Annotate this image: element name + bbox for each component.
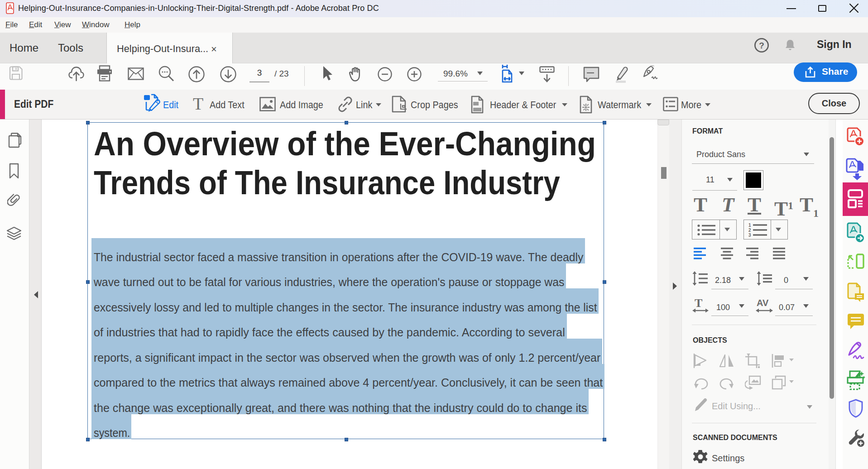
svg-text:3: 3: [748, 233, 751, 237]
svg-text:1: 1: [748, 223, 751, 228]
svg-text:AV: AV: [757, 298, 769, 308]
svg-text:T: T: [695, 298, 702, 310]
svg-text:?: ?: [759, 41, 764, 50]
svg-text:2: 2: [748, 228, 751, 233]
